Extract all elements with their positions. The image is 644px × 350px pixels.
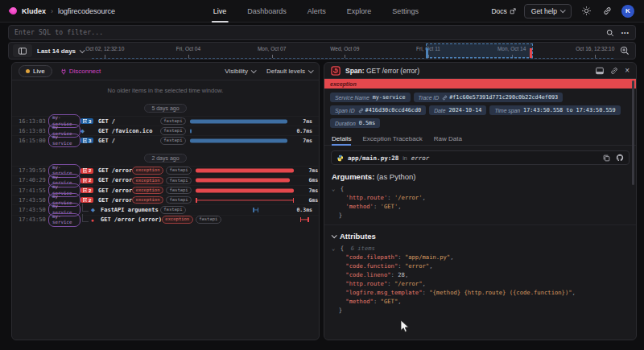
duration-bar-zone — [190, 136, 288, 145]
sql-filter-input[interactable]: Enter SQL to filter... — [14, 29, 103, 36]
meta-badge-service-name: Service Namemy-service — [330, 93, 411, 102]
live-toggle[interactable]: Live — [19, 65, 52, 77]
meta-badge-date: Date2024-10-14 — [429, 105, 486, 115]
duration-bar-zone — [196, 176, 294, 185]
code-line: 'method': 'GET', — [332, 202, 629, 211]
row-timestamp: 16:15:00 — [19, 138, 48, 144]
row-duration: 0.7ms — [288, 128, 312, 134]
tab-alerts[interactable]: Alerts — [308, 0, 326, 23]
copy-link-icon[interactable] — [610, 67, 618, 75]
tag-fastapi: fastapi — [166, 196, 192, 204]
search-icon[interactable] — [606, 29, 614, 37]
theme-toggle-button[interactable] — [580, 5, 592, 18]
time-range-dropdown[interactable]: Last 14 days — [37, 47, 84, 55]
copy-icon[interactable] — [603, 154, 610, 162]
code-line: ⌄ { — [332, 184, 629, 193]
children-count-badge[interactable]: 2 — [80, 197, 93, 203]
code-token: : — [398, 253, 405, 261]
sidebar-panel-icon — [19, 47, 27, 55]
error-dot-icon: ● — [91, 217, 94, 223]
get-help-label: Get help — [531, 7, 557, 15]
code-token: , — [429, 262, 432, 270]
code-line: "http.route": "/error", — [332, 279, 629, 288]
meta-badge-time-span: Time span17:43:50.558 to 17:43:50.559 — [489, 105, 620, 115]
code-token: , — [423, 194, 426, 201]
row-tags: fastapi — [160, 137, 186, 145]
children-count-badge[interactable]: 2 — [80, 187, 93, 193]
disconnect-button[interactable]: Disconnect — [60, 68, 101, 75]
tab-dashboards[interactable]: Dashboards — [247, 0, 287, 23]
code-collapse-chevron[interactable]: ⌄ — [332, 185, 339, 192]
timeline-zoom-button[interactable] — [618, 44, 631, 57]
tag-fastapi: fastapi — [196, 216, 221, 224]
code-token: "logfire.msg_template" — [345, 289, 422, 296]
close-icon[interactable]: × — [625, 67, 630, 75]
children-count-badge[interactable]: 3 — [80, 118, 93, 124]
code-token: "method" — [345, 298, 374, 305]
code-token: 'http.route' — [345, 194, 387, 201]
span-diamond-icon: ◆ — [91, 207, 95, 213]
timeline-track[interactable]: Oct 02, 12:32:10Fri, Oct 04Mon, Oct 07We… — [92, 43, 613, 59]
span-detail-panel: Span: GET /error (error) × exception Ser… — [324, 62, 637, 340]
duration-bar-zone — [225, 216, 320, 224]
row-duration: 7ms — [294, 187, 318, 194]
breadcrumb-project[interactable]: logfirecodesource — [58, 7, 115, 15]
plug-icon — [60, 68, 67, 75]
detail-tab-exception-traceback[interactable]: Exception Traceback — [362, 132, 422, 145]
user-avatar[interactable]: K — [621, 5, 634, 18]
scrollbar-thumb[interactable] — [632, 80, 634, 185]
detail-tab-raw-data[interactable]: Raw Data — [434, 132, 462, 145]
visibility-dropdown[interactable]: Visibility — [225, 68, 255, 75]
code-token: "code.lineno" — [345, 271, 390, 278]
code-line: ⌄ { 6 items — [332, 244, 629, 253]
code-line: "code.function": "error", — [332, 261, 629, 270]
children-count-badge[interactable]: 3 — [80, 138, 93, 143]
code-token: : — [423, 289, 430, 296]
attributes-heading[interactable]: Attributes — [324, 224, 636, 242]
code-collapse-chevron[interactable]: ⌄ — [332, 245, 339, 252]
docs-link[interactable]: Docs — [491, 7, 515, 15]
get-help-button[interactable]: Get help — [524, 4, 572, 19]
trace-row[interactable]: 17:43:50my-service●GET /error (error)exc… — [12, 215, 319, 224]
levels-dropdown[interactable]: Default levels — [266, 68, 312, 75]
tag-fastapi: fastapi — [166, 187, 192, 195]
code-token: 'method' — [345, 203, 374, 210]
tab-live[interactable]: Live — [213, 0, 227, 23]
duration-line-cap — [300, 217, 302, 222]
expand-icon — [83, 119, 88, 124]
row-marker: 3 — [80, 118, 98, 124]
breadcrumb-org[interactable]: Kludex — [22, 7, 46, 15]
time-group-separator: 2 days ago — [12, 146, 319, 166]
code-line: "logfire.msg_template": "{method} {http.… — [332, 288, 629, 297]
share-link-button[interactable] — [601, 5, 613, 18]
row-label: GET /error — [98, 187, 132, 194]
timeline-selection[interactable] — [426, 43, 533, 58]
sidebar-toggle-button[interactable] — [13, 44, 32, 57]
source-file[interactable]: app/main.py:28 — [348, 154, 398, 162]
trace-row[interactable]: 16:15:00my-service3GET /fastapi7ms — [12, 135, 319, 145]
children-count-badge[interactable]: 2 — [80, 178, 93, 183]
tab-explore[interactable]: Explore — [347, 0, 372, 23]
row-marker: 2 — [80, 178, 98, 183]
expand-icon — [83, 179, 88, 183]
children-count-badge[interactable]: 2 — [80, 168, 93, 174]
meta-value: #f1c60e57391d771c290c0b22cd4ef093 — [442, 94, 558, 101]
github-icon[interactable] — [616, 154, 624, 162]
detail-tab-details[interactable]: Details — [332, 132, 351, 145]
row-label: GET /error — [98, 167, 132, 174]
tree-connector-icon — [82, 204, 89, 212]
filter-more-menu[interactable]: ••• — [621, 30, 630, 35]
tag-fastapi: fastapi — [160, 137, 186, 145]
timeline-tick-label: Mon, Oct 07 — [258, 46, 286, 51]
sun-icon — [582, 6, 591, 15]
row-timestamp: 17:39:59 — [19, 167, 48, 174]
sql-filter-bar: Enter SQL to filter... ••• — [8, 25, 636, 40]
row-tags: exceptionfastapi — [162, 216, 221, 224]
code-line: "code.filepath": "app/main.py", — [332, 253, 629, 261]
tag-fastapi: fastapi — [160, 117, 186, 126]
code-token: "http.route" — [345, 280, 387, 287]
code-token: "/error" — [394, 280, 423, 287]
meta-label: Duration — [335, 121, 356, 126]
tab-settings[interactable]: Settings — [392, 0, 419, 23]
dock-panel-icon[interactable] — [596, 67, 604, 75]
